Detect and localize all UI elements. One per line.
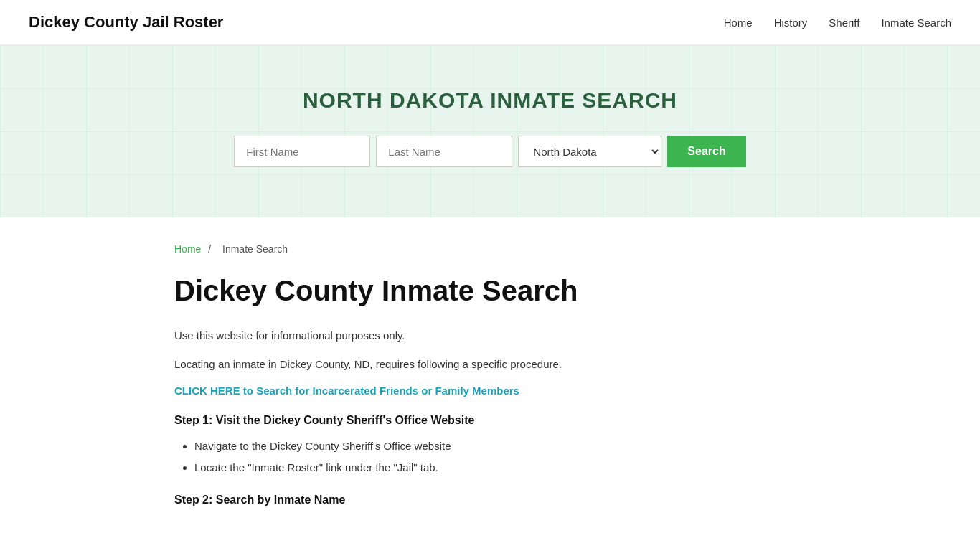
main-content: Home / Inmate Search Dickey County Inmat…	[146, 217, 834, 550]
breadcrumb-separator: /	[208, 243, 211, 255]
nav-home[interactable]: Home	[724, 17, 753, 29]
list-item: Locate the "Inmate Roster" link under th…	[194, 458, 806, 477]
nav-history[interactable]: History	[774, 17, 808, 29]
site-logo[interactable]: Dickey County Jail Roster	[29, 13, 223, 32]
breadcrumb-current: Inmate Search	[222, 243, 288, 255]
list-item: Navigate to the Dickey County Sheriff's …	[194, 437, 806, 456]
page-title: Dickey County Inmate Search	[174, 275, 806, 307]
main-nav: Home History Sheriff Inmate Search	[724, 17, 951, 29]
hero-banner: NORTH DAKOTA INMATE SEARCH North DakotaA…	[0, 45, 980, 217]
intro-para-2: Locating an inmate in Dickey County, ND,…	[174, 356, 806, 373]
step1-heading: Step 1: Visit the Dickey County Sheriff'…	[174, 414, 806, 427]
nav-sheriff[interactable]: Sheriff	[829, 17, 859, 29]
step2-heading: Step 2: Search by Inmate Name	[174, 494, 806, 507]
search-button[interactable]: Search	[667, 136, 745, 167]
intro-para-1: Use this website for informational purpo…	[174, 327, 806, 344]
breadcrumb-home[interactable]: Home	[174, 243, 201, 255]
hero-title: NORTH DAKOTA INMATE SEARCH	[14, 88, 966, 113]
site-header: Dickey County Jail Roster Home History S…	[0, 0, 980, 45]
click-here-link[interactable]: CLICK HERE to Search for Incarcerated Fr…	[174, 385, 806, 397]
first-name-input[interactable]	[234, 136, 370, 167]
step1-list: Navigate to the Dickey County Sheriff's …	[174, 437, 806, 476]
breadcrumb: Home / Inmate Search	[174, 243, 806, 255]
nav-inmate-search[interactable]: Inmate Search	[881, 17, 951, 29]
search-form: North DakotaAlabamaAlaskaArizonaArkansas…	[14, 136, 966, 167]
state-select[interactable]: North DakotaAlabamaAlaskaArizonaArkansas…	[518, 136, 661, 167]
last-name-input[interactable]	[376, 136, 512, 167]
